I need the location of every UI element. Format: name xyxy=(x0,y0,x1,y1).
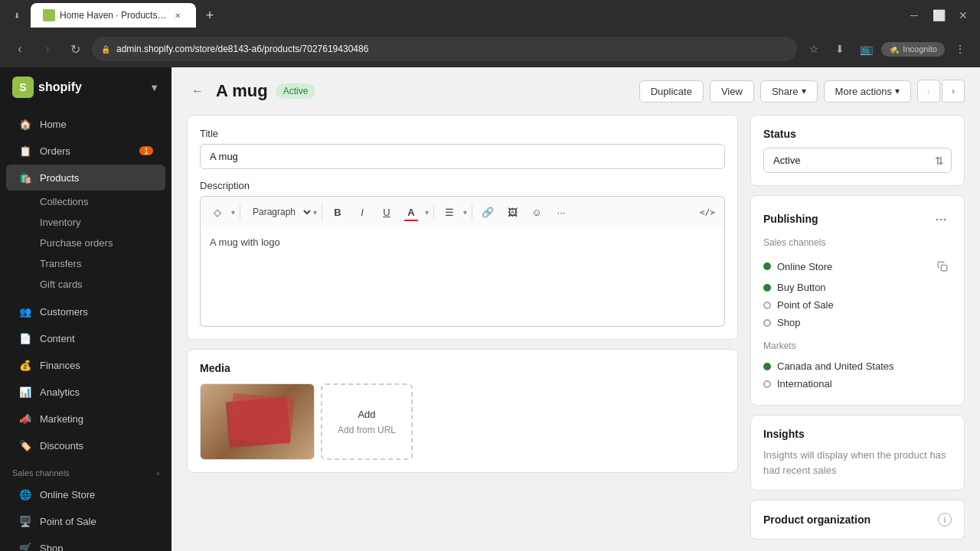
editor-body[interactable]: A mug with logo xyxy=(200,227,725,327)
sidebar-item-marketing[interactable]: 📣 Marketing xyxy=(6,406,165,432)
insert-media-button[interactable]: 🖼 xyxy=(501,201,523,223)
sidebar-item-orders-label: Orders xyxy=(40,145,70,157)
source-code-button[interactable]: </> xyxy=(697,201,718,223)
paragraph-select[interactable]: Paragraph Heading 1 Heading 2 xyxy=(245,204,313,220)
window-control-minimize[interactable]: ⬇ xyxy=(6,5,28,26)
cast-button[interactable]: 📺 xyxy=(855,38,877,60)
menu-button[interactable]: ⋮ xyxy=(949,38,971,60)
more-toolbar-button[interactable]: ··· xyxy=(550,201,572,223)
bold-button[interactable]: B xyxy=(327,201,348,223)
sidebar-item-customers-label: Customers xyxy=(40,306,88,318)
sidebar-item-home[interactable]: 🏠 Home xyxy=(6,111,165,137)
product-org-title: Product organization xyxy=(763,514,871,526)
bookmark-button[interactable]: ☆ xyxy=(803,38,825,60)
channel-item-online-store: Online Store xyxy=(763,254,952,279)
sidebar-item-shop-label: Shop xyxy=(40,543,63,552)
view-button[interactable]: View xyxy=(710,80,754,103)
download-button[interactable]: ⬇ xyxy=(829,38,851,60)
market-item-international: International xyxy=(763,375,952,393)
inventory-label: Inventory xyxy=(40,217,80,228)
minimize-button[interactable]: ─ xyxy=(903,5,925,26)
text-color-button[interactable]: A xyxy=(400,201,422,223)
add-media-button[interactable]: Add Add from URL xyxy=(321,383,413,460)
product-org-info-icon[interactable]: i xyxy=(938,513,952,527)
sidebar-item-gift-cards[interactable]: Gift cards xyxy=(6,274,165,295)
close-button[interactable]: ✕ xyxy=(952,5,974,26)
sidebar-item-collections[interactable]: Collections xyxy=(6,191,165,212)
sidebar-item-customers[interactable]: 👥 Customers xyxy=(6,298,165,324)
toolbar-divider-4 xyxy=(472,204,472,220)
sidebar-item-content[interactable]: 📄 Content xyxy=(6,325,165,351)
new-tab-button[interactable]: + xyxy=(199,5,220,26)
products-icon: 🛍️ xyxy=(18,171,32,184)
sidebar-item-pos[interactable]: 🖥️ Point of Sale xyxy=(6,508,165,534)
market-label-international: International xyxy=(777,378,832,390)
insights-card: Insights Insights will display when the … xyxy=(750,415,965,491)
market-item-canada-us: Canada and United States xyxy=(763,357,952,375)
next-product-button[interactable]: › xyxy=(942,80,965,103)
media-item-1[interactable] xyxy=(200,383,315,460)
sales-channels-label: Sales channels xyxy=(12,468,70,478)
italic-button[interactable]: I xyxy=(351,201,373,223)
content-icon: 📄 xyxy=(18,331,32,345)
sidebar-item-orders[interactable]: 📋 Orders 1 xyxy=(6,138,165,164)
sidebar-item-discounts[interactable]: 🏷️ Discounts xyxy=(6,432,165,458)
forward-navigation-button[interactable]: › xyxy=(37,38,58,60)
title-input[interactable] xyxy=(200,144,725,169)
sidebar-item-online-store-label: Online Store xyxy=(40,489,95,500)
align-arrow[interactable]: ▾ xyxy=(463,208,467,217)
share-button[interactable]: Share ▾ xyxy=(760,80,818,103)
sidebar-item-purchase-orders[interactable]: Purchase orders xyxy=(6,233,165,253)
link-button[interactable]: 🔗 xyxy=(477,201,498,223)
sidebar-item-content-label: Content xyxy=(40,333,75,344)
channel-item-buy-button: Buy Button xyxy=(763,279,952,296)
sales-channels-subheading: Sales channels xyxy=(763,237,952,248)
channel-copy-button-online-store[interactable] xyxy=(933,257,952,276)
back-navigation-button[interactable]: ‹ xyxy=(9,38,31,60)
sidebar-item-shop[interactable]: 🛒 Shop xyxy=(6,535,165,551)
emoji-button[interactable]: ☺ xyxy=(526,201,547,223)
more-actions-button[interactable]: More actions ▾ xyxy=(824,80,911,103)
sidebar-item-transfers[interactable]: Transfers xyxy=(6,253,165,274)
marketing-icon: 📣 xyxy=(18,412,32,425)
sidebar-collapse-button[interactable]: ▼ xyxy=(149,82,159,93)
discounts-icon: 🏷️ xyxy=(18,439,32,452)
toolbar-snippet-arrow[interactable]: ▾ xyxy=(231,208,235,217)
restore-button[interactable]: ⬜ xyxy=(928,5,949,26)
content-side: Status Active Draft ⇅ Publishing ··· xyxy=(750,115,965,540)
sidebar-item-online-store[interactable]: 🌐 Online Store xyxy=(6,481,165,507)
market-dot-international xyxy=(763,380,771,388)
publishing-more-button[interactable]: ··· xyxy=(930,208,952,230)
tab-favicon xyxy=(43,9,55,21)
align-button[interactable]: ☰ xyxy=(439,201,460,223)
browser-tab-active[interactable]: Home Haven · Products · A mu... ✕ xyxy=(31,3,196,28)
shopify-logo[interactable]: S shopify xyxy=(12,77,82,98)
underline-button[interactable]: U xyxy=(376,201,397,223)
channel-label-buy-button: Buy Button xyxy=(777,282,826,293)
sidebar-item-products[interactable]: 🛍️ Products xyxy=(6,165,165,191)
channel-label-online-store: Online Store xyxy=(777,261,832,272)
text-color-arrow[interactable]: ▾ xyxy=(425,208,429,217)
sidebar-item-finances[interactable]: 💰 Finances xyxy=(6,352,165,378)
home-icon: 🏠 xyxy=(18,117,32,131)
refresh-button[interactable]: ↻ xyxy=(64,38,86,60)
channel-item-shop: Shop xyxy=(763,314,952,331)
sidebar-item-analytics[interactable]: 📊 Analytics xyxy=(6,379,165,405)
sales-channels-arrow[interactable]: › xyxy=(157,469,159,478)
status-select[interactable]: Active Draft xyxy=(763,148,952,173)
toolbar-snippet-button[interactable]: ◇ xyxy=(207,201,228,223)
tab-title: Home Haven · Products · A mu... xyxy=(60,10,167,21)
url-text: admin.shopify.com/store/de8143-a6/produc… xyxy=(116,44,368,54)
url-bar[interactable]: 🔒 admin.shopify.com/store/de8143-a6/prod… xyxy=(92,37,797,61)
channel-dot-shop xyxy=(763,319,771,327)
tab-close-button[interactable]: ✕ xyxy=(172,9,184,21)
products-subnav: Collections Inventory Purchase orders Tr… xyxy=(0,191,172,298)
prev-product-button[interactable]: ‹ xyxy=(917,80,940,103)
shop-icon: 🛒 xyxy=(18,541,32,551)
duplicate-button[interactable]: Duplicate xyxy=(639,80,704,103)
browser-actions: ☆ ⬇ 📺 🕵️ Incognito ⋮ xyxy=(803,38,971,60)
sidebar-item-inventory[interactable]: Inventory xyxy=(6,212,165,233)
back-button[interactable]: ← xyxy=(187,80,208,102)
share-dropdown-icon: ▾ xyxy=(802,86,806,96)
app-layout: S shopify ▼ 🏠 Home 📋 Orders 1 🛍️ Product… xyxy=(0,67,980,551)
